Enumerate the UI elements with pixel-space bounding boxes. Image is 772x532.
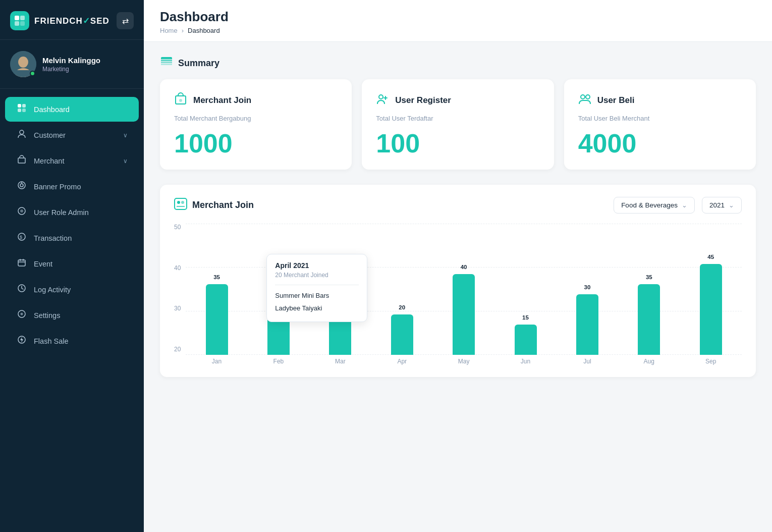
svg-rect-9 <box>22 104 26 108</box>
year-chevron-icon: ⌄ <box>729 201 734 209</box>
merchant-label: Merchant <box>34 157 64 165</box>
svg-rect-30 <box>161 60 172 61</box>
svg-point-38 <box>581 95 585 99</box>
sidebar-item-banner-promo[interactable]: Banner Promo <box>5 174 139 199</box>
svg-marker-29 <box>20 337 23 343</box>
settings-label: Settings <box>34 311 60 320</box>
banner-promo-label: Banner Promo <box>34 183 81 191</box>
event-label: Event <box>34 260 52 268</box>
bar-value-aug: 35 <box>646 274 652 280</box>
avatar-wrap <box>10 51 36 77</box>
breadcrumb: Home › Dashboard <box>160 27 756 34</box>
svg-rect-11 <box>22 109 26 112</box>
user-beli-subtitle: Total User Beli Merchant <box>578 115 742 122</box>
dashboard-icon <box>16 103 27 115</box>
card-header-user-register: User Register <box>376 92 539 109</box>
bar-group-jun[interactable]: 15 <box>515 325 537 355</box>
sidebar-item-dashboard[interactable]: Dashboard <box>5 97 139 122</box>
user-info: Melvin Kalinggo Marketing <box>42 56 100 73</box>
breadcrumb-home[interactable]: Home <box>160 27 178 34</box>
dashboard-label: Dashboard <box>34 105 70 114</box>
svg-rect-0 <box>15 16 19 20</box>
bar-group-jul[interactable]: 30 <box>576 294 598 355</box>
sidebar-item-event[interactable]: Event <box>5 251 139 276</box>
svg-point-41 <box>177 201 180 204</box>
log-activity-label: Log Activity <box>34 286 71 294</box>
flash-sale-label: Flash Sale <box>34 337 69 345</box>
sidebar-item-customer[interactable]: Customer∨ <box>5 123 139 147</box>
category-chevron-icon: ⌄ <box>682 201 687 209</box>
merchant-join-title: Merchant Join <box>193 95 251 105</box>
summary-icon <box>160 56 173 70</box>
bar-group-sep[interactable]: 45 <box>700 264 722 355</box>
svg-rect-1 <box>20 16 25 20</box>
bar-may: 40 <box>453 274 475 355</box>
bar-aug: 35 <box>638 284 660 355</box>
chart-filters: Food & Beverages ⌄ 2021 ⌄ <box>614 197 742 214</box>
merchant-join-subtitle: Total Merchant Bergabung <box>174 115 338 122</box>
y-label-50: 50 <box>174 224 181 231</box>
sidebar-toggle-button[interactable]: ⇄ <box>117 12 134 29</box>
sidebar-item-flash-sale[interactable]: Flash Sale <box>5 329 139 353</box>
summary-section-header: Summary <box>160 56 756 70</box>
x-label-jan: Jan <box>206 358 228 365</box>
tooltip-item-2: Ladybee Taiyaki <box>275 302 359 314</box>
merchant-arrow-icon: ∨ <box>123 157 128 165</box>
bar-value-may: 40 <box>461 264 467 270</box>
page-title: Dashboard <box>160 9 756 25</box>
banner-promo-icon <box>16 181 27 192</box>
svg-text:$: $ <box>20 235 22 240</box>
transaction-label: Transaction <box>34 234 72 242</box>
category-filter[interactable]: Food & Beverages ⌄ <box>614 197 695 214</box>
logo-area: FRIENDCH✓SED <box>10 11 109 30</box>
sidebar-item-transaction[interactable]: $Transaction <box>5 226 139 250</box>
online-indicator <box>30 71 35 76</box>
sidebar-item-user-role-admin[interactable]: User Role Admin <box>5 200 139 225</box>
content-area: Summary Merchant Join Total Merchant Ber… <box>144 42 772 532</box>
chart-title: Merchant Join <box>192 200 254 210</box>
chart-section: Merchant Join Food & Beverages ⌄ 2021 ⌄ <box>160 185 756 377</box>
bar-group-aug[interactable]: 35 <box>638 284 660 355</box>
tooltip-item-1: Summer Mini Bars <box>275 289 359 302</box>
flash-sale-icon <box>16 335 27 347</box>
x-label-jun: Jun <box>515 358 537 365</box>
svg-point-35 <box>379 95 383 99</box>
bar-group-jan[interactable]: 35 <box>206 284 228 355</box>
year-filter[interactable]: 2021 ⌄ <box>702 197 742 214</box>
summary-card-user-beli: User Beli Total User Beli Merchant 4000 <box>564 79 756 170</box>
bar-sep: 45 <box>700 264 722 355</box>
customer-arrow-icon: ∨ <box>123 132 128 139</box>
bar-value-jul: 30 <box>584 284 590 290</box>
chart-area: 50403020 352520204015303545 April 2021 <box>174 224 742 365</box>
breadcrumb-separator: › <box>182 27 184 34</box>
sidebar: FRIENDCH✓SED ⇄ Melvin Kalinggo Marketing… <box>0 0 144 532</box>
bar-jan: 35 <box>206 284 228 355</box>
x-label-feb: Feb <box>267 358 290 365</box>
svg-point-15 <box>20 184 23 187</box>
user-beli-title: User Beli <box>597 95 635 105</box>
user-register-title: User Register <box>395 95 451 105</box>
x-label-mar: Mar <box>329 358 351 365</box>
bar-apr: 20 <box>391 314 413 355</box>
bar-jun: 15 <box>515 325 537 355</box>
bar-group-may[interactable]: 40 <box>453 274 475 355</box>
svg-rect-31 <box>161 62 172 63</box>
summary-card-merchant-join: Merchant Join Total Merchant Bergabung 1… <box>160 79 352 170</box>
y-label-30: 30 <box>174 305 181 312</box>
user-beli-icon <box>578 92 591 109</box>
chart-title-area: Merchant Join <box>174 198 254 213</box>
chart-y-labels: 50403020 <box>174 224 181 365</box>
transaction-icon: $ <box>16 232 27 244</box>
sidebar-item-settings[interactable]: Settings <box>5 303 139 328</box>
sidebar-item-log-activity[interactable]: Log Activity <box>5 277 139 302</box>
merchant-join-icon <box>174 92 187 109</box>
bar-group-apr[interactable]: 20 <box>391 314 413 355</box>
user-role: Marketing <box>42 66 100 73</box>
y-label-40: 40 <box>174 264 181 272</box>
user-register-subtitle: Total User Terdaftar <box>376 115 539 122</box>
tooltip-divider <box>275 285 359 285</box>
settings-icon <box>16 309 27 321</box>
svg-point-39 <box>586 95 590 99</box>
svg-rect-8 <box>18 104 21 108</box>
sidebar-item-merchant[interactable]: Merchant∨ <box>5 148 139 173</box>
